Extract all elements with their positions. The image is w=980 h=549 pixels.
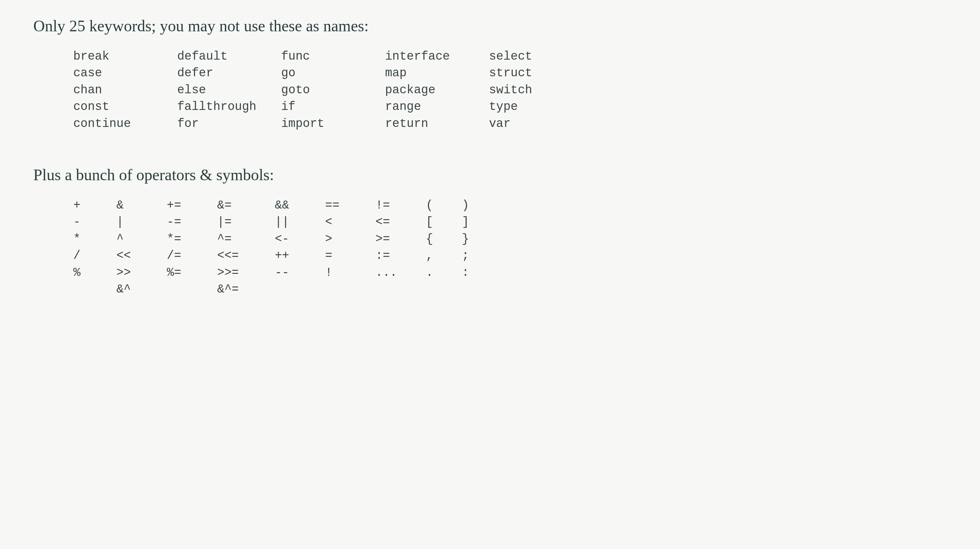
operators-heading: Plus a bunch of operators & symbols:	[33, 165, 947, 184]
operators-table: + & += &= && == != ( ) - | -= |= || < <=…	[73, 197, 947, 298]
keyword-column-5: select struct switch type var	[489, 48, 573, 132]
keywords-heading: Only 25 keywords; you may not use these …	[33, 17, 947, 35]
keyword-column-4: interface map package range return	[385, 48, 469, 132]
keywords-table: break case chan const continue default d…	[73, 48, 573, 132]
keyword-column-2: default defer else fallthrough for	[177, 48, 261, 132]
keyword-column-3: func go goto if import	[281, 48, 365, 132]
keyword-column-1: break case chan const continue	[73, 48, 157, 132]
